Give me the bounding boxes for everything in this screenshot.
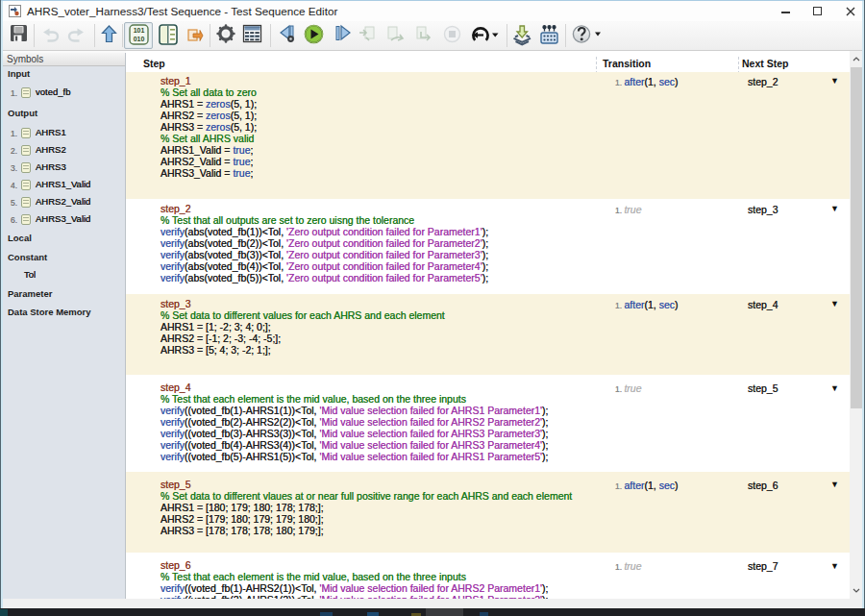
svg-text:010: 010: [134, 36, 145, 42]
svg-text:101: 101: [134, 27, 145, 34]
